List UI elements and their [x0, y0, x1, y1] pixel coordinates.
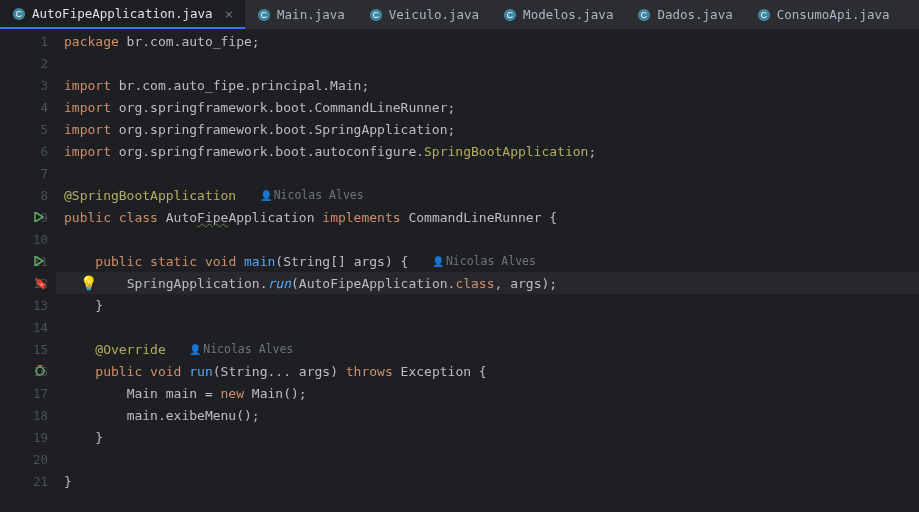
- author-hint: Nicolas Alves: [446, 254, 536, 268]
- java-class-icon: C: [369, 8, 383, 22]
- code-line: import org.springframework.boot.CommandL…: [64, 96, 919, 118]
- code-line: @SpringBootApplication 👤Nicolas Alves: [64, 184, 919, 206]
- code-line: [64, 448, 919, 470]
- tab-autofipe[interactable]: C AutoFipeApplication.java ×: [0, 0, 245, 29]
- code-line: [64, 52, 919, 74]
- line-number: 3: [40, 78, 48, 93]
- tab-label: ConsumoApi.java: [777, 7, 890, 22]
- gutter: 1 2 3 4 5 6 7 8 9 10 11 12🔖 13 14 15 16 …: [0, 30, 56, 512]
- tab-main[interactable]: C Main.java: [245, 0, 357, 29]
- line-number: 4: [40, 100, 48, 115]
- editor-tabs: C AutoFipeApplication.java × C Main.java…: [0, 0, 919, 30]
- line-number: 7: [40, 166, 48, 181]
- tab-modelos[interactable]: C Modelos.java: [491, 0, 625, 29]
- line-number: 14: [33, 320, 48, 335]
- code-line: import br.com.auto_fipe.principal.Main;: [64, 74, 919, 96]
- author-hint: Nicolas Alves: [203, 342, 293, 356]
- code-line: @Override 👤Nicolas Alves: [64, 338, 919, 360]
- code-line: public class AutoFipeApplication impleme…: [64, 206, 919, 228]
- line-number: 10: [33, 232, 48, 247]
- bookmark-icon[interactable]: 🔖: [34, 277, 48, 290]
- svg-text:C: C: [373, 10, 379, 20]
- implements-icon[interactable]: [34, 365, 46, 377]
- tab-veiculo[interactable]: C Veiculo.java: [357, 0, 491, 29]
- svg-text:C: C: [641, 10, 647, 20]
- tab-label: Veiculo.java: [389, 7, 479, 22]
- author-icon: 👤: [189, 344, 201, 355]
- line-number: 17: [33, 386, 48, 401]
- editor-container: 1 2 3 4 5 6 7 8 9 10 11 12🔖 13 14 15 16 …: [0, 30, 919, 512]
- line-number: 20: [33, 452, 48, 467]
- code-line: }: [64, 426, 919, 448]
- code-line-current: 💡 SpringApplication.run(AutoFipeApplicat…: [64, 272, 919, 294]
- java-class-icon: C: [12, 7, 26, 21]
- code-line: }: [64, 294, 919, 316]
- author-icon: 👤: [260, 190, 272, 201]
- java-class-icon: C: [757, 8, 771, 22]
- code-line: Main main = new Main();: [64, 382, 919, 404]
- line-number: 1: [40, 34, 48, 49]
- author-hint: Nicolas Alves: [274, 188, 364, 202]
- svg-text:C: C: [261, 10, 267, 20]
- run-icon[interactable]: [34, 256, 44, 266]
- code-line: public void run(String... args) throws E…: [64, 360, 919, 382]
- java-class-icon: C: [503, 8, 517, 22]
- code-line: [64, 162, 919, 184]
- line-number: 13: [33, 298, 48, 313]
- line-number: 18: [33, 408, 48, 423]
- line-number: 8: [40, 188, 48, 203]
- tab-dados[interactable]: C Dados.java: [625, 0, 744, 29]
- code-line: package br.com.auto_fipe;: [64, 30, 919, 52]
- line-number: 2: [40, 56, 48, 71]
- code-line: [64, 228, 919, 250]
- tab-consumoapi[interactable]: C ConsumoApi.java: [745, 0, 902, 29]
- code-line: import org.springframework.boot.autoconf…: [64, 140, 919, 162]
- java-class-icon: C: [257, 8, 271, 22]
- line-number: 19: [33, 430, 48, 445]
- java-class-icon: C: [637, 8, 651, 22]
- svg-text:C: C: [507, 10, 513, 20]
- svg-text:C: C: [761, 10, 767, 20]
- code-line: public static void main(String[] args) {…: [64, 250, 919, 272]
- tab-label: Dados.java: [657, 7, 732, 22]
- close-icon[interactable]: ×: [225, 6, 233, 22]
- tab-label: Modelos.java: [523, 7, 613, 22]
- line-number: 6: [40, 144, 48, 159]
- svg-point-12: [36, 367, 44, 375]
- run-icon[interactable]: [34, 212, 44, 222]
- intention-bulb-icon[interactable]: 💡: [80, 275, 97, 291]
- author-icon: 👤: [432, 256, 444, 267]
- code-area[interactable]: package br.com.auto_fipe; import br.com.…: [56, 30, 919, 512]
- tab-label: Main.java: [277, 7, 345, 22]
- line-number: 15: [33, 342, 48, 357]
- line-number: 21: [33, 474, 48, 489]
- code-line: import org.springframework.boot.SpringAp…: [64, 118, 919, 140]
- tab-label: AutoFipeApplication.java: [32, 6, 213, 21]
- line-number: 5: [40, 122, 48, 137]
- svg-text:C: C: [16, 9, 22, 19]
- code-line: [64, 316, 919, 338]
- code-line: main.exibeMenu();: [64, 404, 919, 426]
- code-line: }: [64, 470, 919, 492]
